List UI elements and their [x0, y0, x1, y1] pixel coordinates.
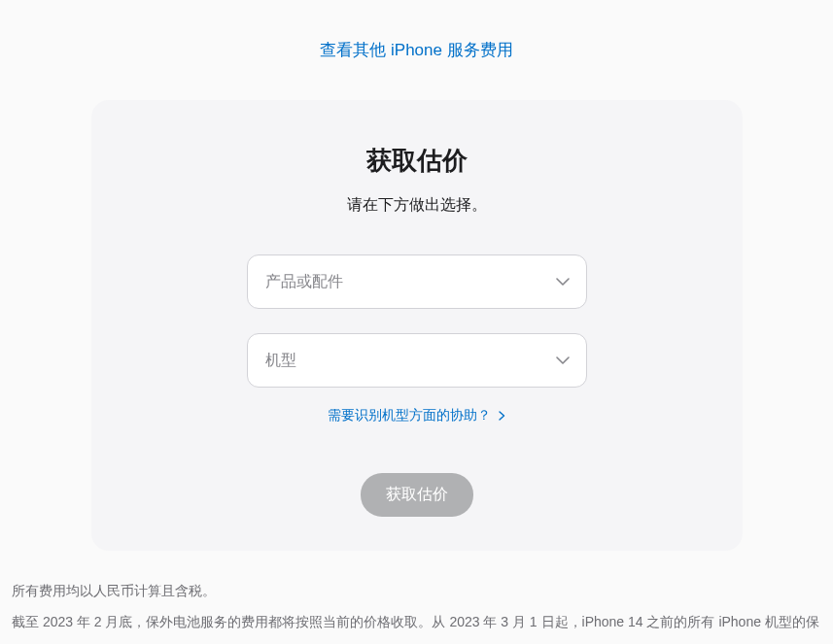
help-link-label: 需要识别机型方面的协助？	[328, 407, 491, 423]
footer-note-1: 所有费用均以人民币计算且含税。	[12, 575, 821, 606]
product-accessory-select[interactable]: 产品或配件	[247, 254, 587, 309]
other-iphone-services-link[interactable]: 查看其他 iPhone 服务费用	[320, 41, 512, 59]
card-title: 获取估价	[140, 144, 694, 178]
model-select[interactable]: 机型	[247, 333, 587, 388]
estimate-card: 获取估价 请在下方做出选择。 产品或配件 机型 需要识别机型方面的协助？ 获取估…	[91, 100, 743, 551]
card-subtitle: 请在下方做出选择。	[140, 195, 694, 216]
chevron-right-icon	[499, 411, 505, 421]
get-estimate-button[interactable]: 获取估价	[361, 473, 473, 517]
identify-model-help-link[interactable]: 需要识别机型方面的协助？	[328, 407, 505, 423]
footer-note-2: 截至 2023 年 2 月底，保外电池服务的费用都将按照当前的价格收取。从 20…	[12, 606, 821, 644]
